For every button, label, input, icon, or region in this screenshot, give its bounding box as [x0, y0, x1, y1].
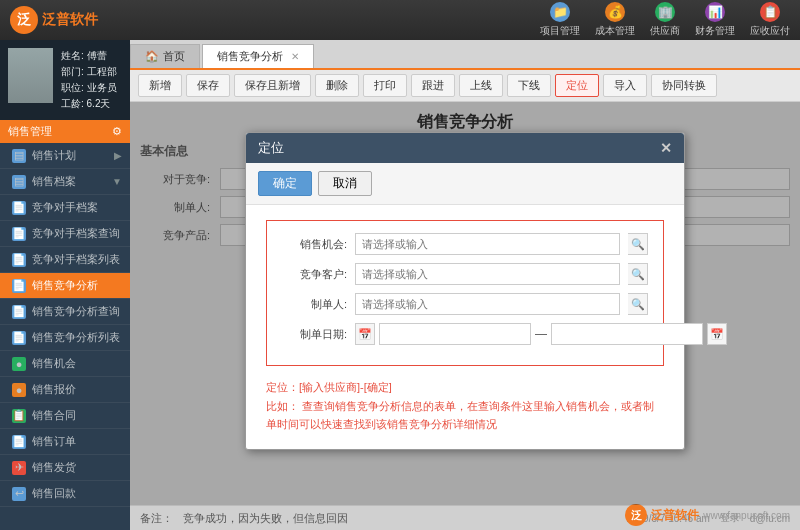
- doc-icon: 📄: [12, 201, 26, 215]
- save-new-button[interactable]: 保存且新增: [234, 74, 311, 97]
- sidebar-item-competitor-archive[interactable]: 📄 竞争对手档案: [0, 195, 130, 221]
- competitor-client-search-btn[interactable]: 🔍: [628, 263, 648, 285]
- sidebar-item-sales-return[interactable]: ↩ 销售回款: [0, 481, 130, 507]
- import-button[interactable]: 导入: [603, 74, 647, 97]
- modal-header: 定位 ✕: [246, 133, 684, 163]
- status-note-text: 竞争成功，因为失败，但信息回因: [183, 511, 348, 526]
- receivable-icon: 📋: [760, 2, 780, 22]
- cost-icon: 💰: [605, 2, 625, 22]
- save-button[interactable]: 保存: [186, 74, 230, 97]
- sidebar-item-sales-compete-analysis[interactable]: 📄 销售竞争分析: [0, 273, 130, 299]
- user-role: 职位: 业务员: [61, 80, 122, 96]
- modal-close-button[interactable]: ✕: [660, 140, 672, 156]
- arrow-icon: ▼: [112, 176, 122, 187]
- doc-icon: 📄: [12, 253, 26, 267]
- arrow-icon: ▶: [114, 150, 122, 161]
- main-layout: 姓名: 傅蕾 部门: 工程部 职位: 业务员 工龄: 6.2天 销售管理: [0, 40, 800, 530]
- date-start-icon[interactable]: 📅: [355, 323, 375, 345]
- status-note-label: 备注：: [140, 511, 173, 526]
- sales-opportunity-input[interactable]: [355, 233, 620, 255]
- sidebar-section-title: 销售管理 ⚙: [0, 120, 130, 143]
- quote-icon: ●: [12, 383, 26, 397]
- nav-item-finance[interactable]: 📊 财务管理: [695, 2, 735, 38]
- fanpu-logo: 泛 泛普软件 www.fanpusoft.com: [625, 504, 790, 526]
- sidebar-item-analysis-list[interactable]: 📄 销售竞争分析列表: [0, 325, 130, 351]
- gear-icon[interactable]: ⚙: [112, 125, 122, 138]
- sidebar-item-analysis-query[interactable]: 📄 销售竞争分析查询: [0, 299, 130, 325]
- sidebar-item-sales-archive[interactable]: ▤ 销售档案 ▼: [0, 169, 130, 195]
- date-start-input[interactable]: [379, 323, 531, 345]
- avatar: [8, 48, 53, 103]
- creator-label: 制单人:: [282, 297, 347, 312]
- fanpu-brand: 泛普软件: [651, 507, 699, 524]
- modal-form-area: 销售机会: 🔍 竞争客户: 🔍: [266, 220, 664, 366]
- locate-button[interactable]: 定位: [555, 74, 599, 97]
- user-info: 姓名: 傅蕾 部门: 工程部 职位: 业务员 工龄: 6.2天: [61, 48, 122, 112]
- content-area: 🏠 首页 销售竞争分析 ✕ 新增 保存 保存且新增 删除 打印 跟进 上线 下线…: [130, 40, 800, 530]
- date-end-icon[interactable]: 📅: [707, 323, 727, 345]
- sidebar-item-sales-quote[interactable]: ● 销售报价: [0, 377, 130, 403]
- contract-icon: 📋: [12, 409, 26, 423]
- sidebar-item-sales-order[interactable]: 📄 销售订单: [0, 429, 130, 455]
- date-separator: —: [535, 327, 547, 341]
- sidebar-item-sales-plan[interactable]: ▤ 销售计划 ▶: [0, 143, 130, 169]
- sidebar-item-competitor-list[interactable]: 📄 竞争对手档案列表: [0, 247, 130, 273]
- page-content: 销售竞争分析 基本信息 对于竞争: 制单人: 竞争产品: 定位: [130, 102, 800, 505]
- logo-text: 泛普软件: [42, 11, 98, 29]
- print-button[interactable]: 打印: [363, 74, 407, 97]
- competitor-client-label: 竞争客户:: [282, 267, 347, 282]
- doc-icon: 📄: [12, 331, 26, 345]
- return-icon: ↩: [12, 487, 26, 501]
- modal-backdrop: 定位 ✕ 确定 取消 销售机会:: [130, 102, 800, 505]
- creator-input[interactable]: [355, 293, 620, 315]
- locate-modal: 定位 ✕ 确定 取消 销售机会:: [245, 132, 685, 450]
- sidebar-item-sales-delivery[interactable]: ✈ 销售发货: [0, 455, 130, 481]
- date-row: 制单日期: 📅 — 📅: [282, 323, 648, 345]
- collab-button[interactable]: 协同转换: [651, 74, 717, 97]
- sales-opportunity-search-btn[interactable]: 🔍: [628, 233, 648, 255]
- sidebar-item-sales-contract[interactable]: 📋 销售合同: [0, 403, 130, 429]
- fanpu-logo-icon: 泛: [625, 504, 647, 526]
- tab-home[interactable]: 🏠 首页: [130, 44, 200, 68]
- modal-body: 销售机会: 🔍 竞争客户: 🔍: [246, 205, 684, 449]
- online-button[interactable]: 上线: [459, 74, 503, 97]
- modal-confirm-button[interactable]: 确定: [258, 171, 312, 196]
- creator-search-btn[interactable]: 🔍: [628, 293, 648, 315]
- logo-icon: 泛: [10, 6, 38, 34]
- date-end-input[interactable]: [551, 323, 703, 345]
- tab-close-icon[interactable]: ✕: [291, 51, 299, 62]
- doc-icon: 📄: [12, 227, 26, 241]
- offline-button[interactable]: 下线: [507, 74, 551, 97]
- modal-cancel-button[interactable]: 取消: [318, 171, 372, 196]
- competitor-client-input[interactable]: [355, 263, 620, 285]
- doc-active-icon: 📄: [12, 279, 26, 293]
- tab-bar: 🏠 首页 销售竞争分析 ✕: [130, 40, 800, 70]
- user-panel: 姓名: 傅蕾 部门: 工程部 职位: 业务员 工龄: 6.2天: [0, 40, 130, 120]
- sidebar-item-competitor-query[interactable]: 📄 竞争对手档案查询: [0, 221, 130, 247]
- date-label: 制单日期:: [282, 327, 347, 342]
- nav-item-project[interactable]: 📁 项目管理: [540, 2, 580, 38]
- app-logo: 泛 泛普软件: [10, 6, 98, 34]
- modal-hint: 定位：[输入供应商]-[确定] 比如： 查查询销售竞争分析信息的表单，在查询条件…: [266, 378, 664, 434]
- nav-item-receivable[interactable]: 📋 应收应付: [750, 2, 790, 38]
- opportunity-icon: ●: [12, 357, 26, 371]
- sales-opportunity-row: 销售机会: 🔍: [282, 233, 648, 255]
- sidebar-item-sales-opportunity[interactable]: ● 销售机会: [0, 351, 130, 377]
- order-icon: 📄: [12, 435, 26, 449]
- tab-sales-compete[interactable]: 销售竞争分析 ✕: [202, 44, 314, 68]
- delete-button[interactable]: 删除: [315, 74, 359, 97]
- nav-item-cost[interactable]: 💰 成本管理: [595, 2, 635, 38]
- status-bar: 备注： 竞争成功，因为失败，但信息回因 2019/3/7 10:46 am 登录…: [130, 505, 800, 530]
- followup-button[interactable]: 跟进: [411, 74, 455, 97]
- nav-item-supplier[interactable]: 🏢 供应商: [650, 2, 680, 38]
- user-name: 姓名: 傅蕾: [61, 48, 122, 64]
- fanpu-url: www.fanpusoft.com: [703, 510, 790, 521]
- user-dept: 部门: 工程部: [61, 64, 122, 80]
- toolbar: 新增 保存 保存且新增 删除 打印 跟进 上线 下线 定位 导入 协同转换: [130, 70, 800, 102]
- user-work: 工龄: 6.2天: [61, 96, 122, 112]
- delivery-icon: ✈: [12, 461, 26, 475]
- modal-title: 定位: [258, 139, 284, 157]
- doc-icon: 📄: [12, 305, 26, 319]
- new-button[interactable]: 新增: [138, 74, 182, 97]
- project-icon: 📁: [550, 2, 570, 22]
